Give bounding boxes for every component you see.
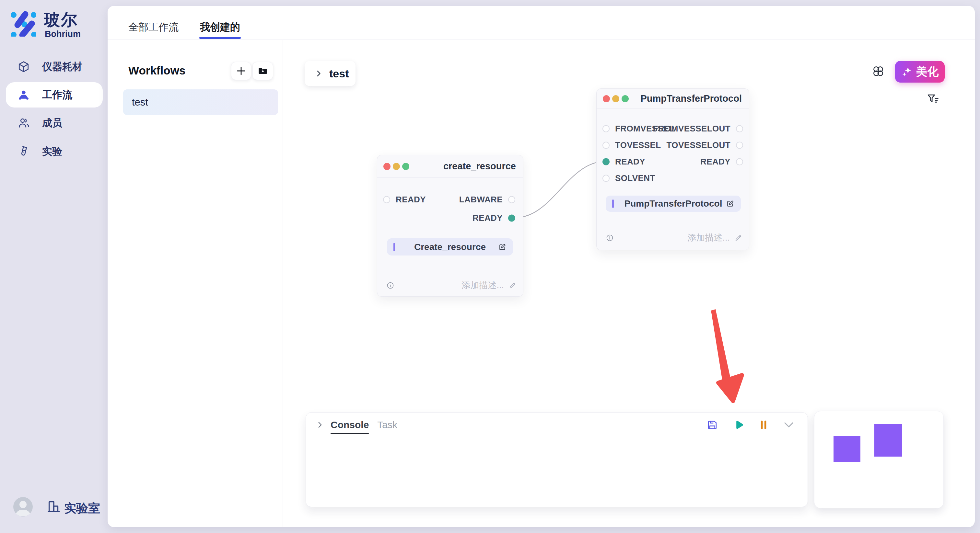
tab-task[interactable]: Task (377, 419, 397, 430)
edit-description-button[interactable] (509, 281, 517, 289)
port-handle[interactable] (736, 141, 743, 149)
port-output-ready[interactable]: READY (700, 157, 743, 167)
traffic-dot-green[interactable] (402, 163, 409, 170)
node-action-pump-transfer[interactable]: PumpTransferProtocol (606, 195, 741, 212)
port-output-tovesselout[interactable]: TOVESSELOUT (666, 140, 743, 150)
traffic-dot-red[interactable] (603, 95, 610, 102)
port-handle[interactable] (383, 196, 390, 203)
info-button[interactable] (606, 234, 614, 242)
console-header: Console Task (306, 412, 808, 437)
port-handle[interactable] (508, 196, 515, 203)
beautify-button[interactable]: 美化 (895, 61, 945, 82)
port-label: LABWARE (459, 195, 503, 205)
action-accent-bar (612, 200, 614, 208)
add-workflow-button[interactable] (231, 62, 251, 80)
chevron-down-icon (783, 421, 795, 429)
auto-layout-button[interactable] (872, 65, 885, 78)
port-handle[interactable] (736, 158, 743, 165)
port-handle[interactable] (603, 141, 609, 149)
info-icon (606, 234, 614, 242)
port-label: READY (700, 157, 730, 167)
folder-import-icon (257, 65, 268, 76)
traffic-dot-yellow[interactable] (393, 163, 400, 170)
port-handle[interactable] (508, 214, 515, 222)
edit-action-button[interactable] (498, 243, 506, 251)
port-label: TOVESSELOUT (666, 140, 730, 150)
sparkles-icon (901, 67, 912, 78)
port-output-labware[interactable]: LABWARE (459, 195, 515, 205)
tab-console[interactable]: Console (331, 419, 369, 430)
workflows-panel-title: Workflows (128, 64, 185, 77)
console-actions (706, 419, 795, 431)
port-output-ready[interactable]: READY (473, 213, 515, 223)
minimap-node-block (874, 424, 902, 457)
clover-grid-icon (872, 65, 885, 78)
node-create-resource[interactable]: create_resource READY LABWARE READY Crea… (377, 155, 523, 297)
user-avatar[interactable] (13, 497, 33, 517)
tab-my-created[interactable]: 我创建的 (200, 21, 240, 34)
port-label: READY (396, 195, 426, 205)
pause-button[interactable] (759, 419, 769, 430)
chevron-right-icon (316, 420, 324, 429)
breadcrumb[interactable]: test (305, 61, 355, 86)
port-handle[interactable] (603, 125, 609, 132)
edit-description-button[interactable] (734, 234, 743, 242)
box-icon (17, 60, 30, 73)
console-panel: Console Task (305, 412, 808, 507)
tabs-divider (108, 40, 975, 40)
port-handle[interactable] (603, 174, 609, 182)
collapse-panel-button[interactable] (783, 421, 795, 429)
info-icon (386, 281, 395, 289)
members-icon (17, 117, 30, 130)
minimap[interactable] (814, 411, 944, 508)
play-icon (732, 419, 745, 431)
port-input-ready[interactable]: READY (383, 195, 426, 205)
brand-name-en: Bohrium (45, 29, 81, 39)
port-label: READY (615, 157, 645, 167)
expand-console-button[interactable] (316, 420, 324, 429)
import-workflow-button[interactable] (253, 62, 273, 80)
port-handle[interactable] (603, 158, 609, 165)
port-input-ready[interactable]: READY (603, 157, 645, 167)
sidebar-item-experiments[interactable]: 实验 (6, 139, 103, 164)
run-button[interactable] (732, 419, 745, 431)
traffic-dot-green[interactable] (622, 95, 629, 102)
sidebar-item-workflows[interactable]: 工作流 (6, 82, 103, 108)
sidebar-item-label: 仪器耗材 (42, 60, 82, 73)
beautify-label: 美化 (916, 64, 939, 79)
brand-name-zh: 玻尔 (44, 9, 78, 31)
node-pump-transfer-protocol[interactable]: PumpTransferProtocol FROMVESSEL TOVESSEL… (596, 89, 749, 250)
minimap-node-block (834, 436, 861, 462)
funnel-filter-icon (926, 93, 940, 106)
description-placeholder[interactable]: 添加描述... (461, 279, 504, 291)
node-title: PumpTransferProtocol (640, 93, 742, 104)
node-header: PumpTransferProtocol (597, 89, 749, 109)
node-action-create-resource[interactable]: Create_resource (387, 238, 513, 255)
sidebar-item-label: 成员 (42, 116, 62, 130)
save-button[interactable] (706, 419, 718, 431)
port-handle[interactable] (736, 125, 743, 132)
experiment-icon (17, 145, 30, 158)
plus-icon (235, 65, 247, 77)
traffic-dot-red[interactable] (383, 163, 390, 170)
workspace-switcher[interactable]: 实验室 (64, 500, 100, 517)
port-input-tovessel[interactable]: TOVESSEL (603, 140, 661, 150)
pencil-icon (509, 281, 517, 289)
sidebar-item-instruments[interactable]: 仪器耗材 (6, 54, 103, 79)
workflow-list-item-test[interactable]: test (123, 89, 278, 115)
info-button[interactable] (386, 281, 395, 289)
breadcrumb-label: test (329, 67, 349, 80)
sidebar-item-members[interactable]: 成员 (6, 110, 103, 136)
traffic-dot-yellow[interactable] (612, 95, 619, 102)
description-placeholder[interactable]: 添加描述... (687, 232, 730, 244)
port-input-solvent[interactable]: SOLVENT (603, 173, 655, 183)
port-output-fromvesselout[interactable]: FROMVESSELOUT (653, 124, 743, 134)
filter-button[interactable] (926, 92, 940, 106)
tab-all-workflows[interactable]: 全部工作流 (128, 21, 178, 34)
sidebar-footer: 实验室 (0, 495, 108, 521)
workflow-user-icon (17, 89, 30, 102)
workflow-tabs: 全部工作流 我创建的 (128, 6, 240, 40)
port-label: READY (473, 213, 503, 223)
pencil-icon (734, 234, 743, 242)
edit-action-button[interactable] (726, 200, 734, 208)
